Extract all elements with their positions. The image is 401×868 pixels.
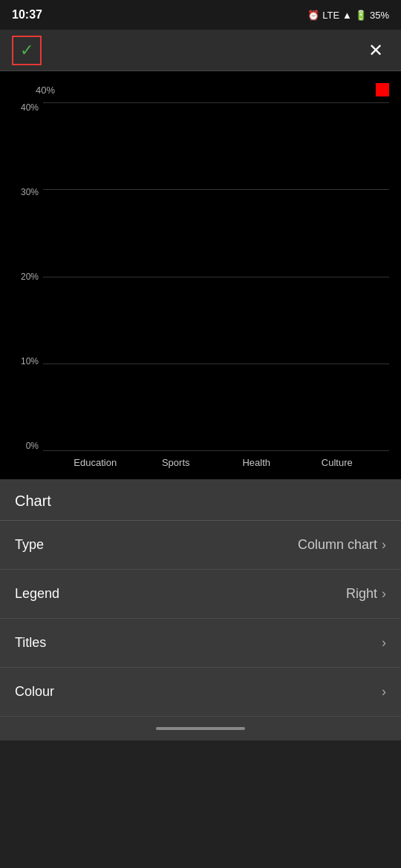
signal-icon: ▲ bbox=[342, 10, 352, 21]
menu-item-colour[interactable]: Colour › bbox=[0, 668, 401, 717]
colour-chevron-icon: › bbox=[382, 684, 386, 700]
x-label-education: Education bbox=[55, 457, 136, 468]
check-icon: ✓ bbox=[20, 42, 33, 59]
chart-header: 40% bbox=[6, 83, 395, 96]
battery-icon: 🔋 bbox=[355, 10, 367, 21]
type-value: Column chart bbox=[298, 537, 377, 553]
legend-color-dot bbox=[376, 83, 389, 96]
menu-item-legend[interactable]: Legend Right › bbox=[0, 570, 401, 619]
close-icon: ✕ bbox=[368, 40, 383, 60]
chart-area: 40% 40% 30% 20% 10% 0% bbox=[0, 71, 401, 479]
y-label-40: 40% bbox=[21, 102, 39, 113]
status-time: 10:37 bbox=[12, 8, 42, 22]
colour-label: Colour bbox=[15, 684, 54, 700]
status-icons: ⏰ LTE ▲ 🔋 35% bbox=[307, 10, 389, 21]
bottom-bar bbox=[0, 717, 401, 740]
menu-item-type[interactable]: Type Column chart › bbox=[0, 521, 401, 570]
x-label-culture: Culture bbox=[297, 457, 378, 468]
chart-max-label: 40% bbox=[36, 85, 55, 96]
confirm-button[interactable]: ✓ bbox=[12, 36, 42, 65]
y-label-30: 30% bbox=[21, 187, 39, 197]
settings-section: Chart Type Column chart › Legend Right ›… bbox=[0, 479, 401, 717]
section-title: Chart bbox=[15, 493, 51, 509]
legend-value-container: Right › bbox=[346, 586, 386, 602]
legend-value: Right bbox=[346, 586, 377, 602]
type-chevron-icon: › bbox=[382, 537, 386, 553]
x-label-sports: Sports bbox=[136, 457, 217, 468]
toolbar: ✓ ✕ bbox=[0, 30, 401, 71]
lte-label: LTE bbox=[322, 10, 339, 21]
section-header: Chart bbox=[0, 479, 401, 521]
alarm-icon: ⏰ bbox=[307, 10, 319, 21]
type-value-container: Column chart › bbox=[298, 537, 386, 553]
bottom-indicator bbox=[156, 727, 245, 730]
titles-chevron-icon: › bbox=[382, 635, 386, 651]
colour-value-container: › bbox=[382, 684, 386, 700]
menu-item-titles[interactable]: Titles › bbox=[0, 619, 401, 668]
chart-container: 40% 30% 20% 10% 0% Education Sports bbox=[6, 102, 395, 473]
titles-label: Titles bbox=[15, 635, 46, 651]
x-axis: Education Sports Health Culture bbox=[43, 451, 389, 473]
bars-wrapper bbox=[43, 102, 389, 451]
status-bar: 10:37 ⏰ LTE ▲ 🔋 35% bbox=[0, 0, 401, 30]
y-axis: 40% 30% 20% 10% 0% bbox=[6, 102, 43, 451]
y-label-0: 0% bbox=[26, 441, 39, 451]
legend-label: Legend bbox=[15, 586, 59, 602]
titles-value-container: › bbox=[382, 635, 386, 651]
type-label: Type bbox=[15, 537, 44, 553]
legend-chevron-icon: › bbox=[382, 586, 386, 602]
y-label-20: 20% bbox=[21, 272, 39, 282]
x-label-health: Health bbox=[216, 457, 297, 468]
y-label-10: 10% bbox=[21, 356, 39, 366]
battery-percent: 35% bbox=[370, 10, 389, 21]
close-button[interactable]: ✕ bbox=[362, 34, 389, 67]
